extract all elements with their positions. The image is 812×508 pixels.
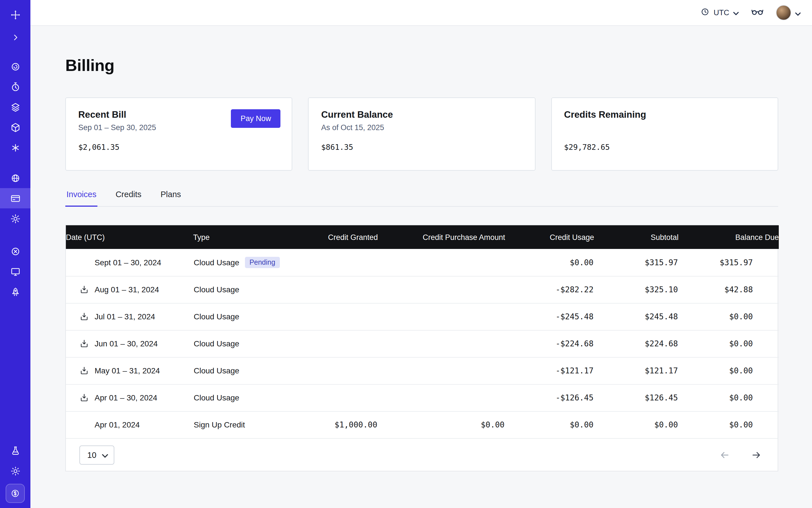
download-invoice-button[interactable] [79,393,89,403]
current-balance-card: Current Balance As of Oct 15, 2025 $861.… [308,97,536,171]
credit-granted-value [303,330,378,357]
card-title: Current Balance [321,109,522,120]
page-size-select[interactable]: 10 [79,445,114,464]
invoice-date: Sept 01 – 30, 2024 [95,258,161,267]
glasses-button[interactable] [751,7,764,18]
invoice-type: Sign Up Credit [194,420,245,429]
sidebar-item-logo[interactable] [0,4,31,25]
invoice-type: Cloud Usage [194,258,239,267]
invoice-row: Apr 01 – 30, 2024 Cloud Usage -$126.45 $… [66,384,779,411]
invoice-type: Cloud Usage [194,339,239,348]
recent-bill-amount: $2,061.35 [78,142,280,152]
subtotal-value: $315.97 [594,249,679,276]
sidebar-item-globe[interactable] [0,168,31,188]
sidebar-item-credits[interactable] [0,483,31,504]
credit-purchase-value: $0.00 [378,411,505,438]
credit-card-icon [10,193,20,204]
billing-tabs: Invoices Credits Plans [65,190,778,207]
balance-due-value: $0.00 [679,303,779,330]
sidebar-collapse-button[interactable] [0,27,31,47]
credit-purchase-value [378,249,505,276]
sidebar-item-settings[interactable] [0,208,31,229]
sun-icon [10,465,20,476]
sidebar-item-stopwatch[interactable] [0,77,31,97]
move-icon [10,9,20,20]
app-root: UTC Billing Recent Bill [0,0,812,508]
col-header-credit-usage: Credit Usage [505,225,594,249]
tab-plans[interactable]: Plans [159,190,182,206]
tab-credits[interactable]: Credits [114,190,142,206]
credits-remaining-amount: $29,782.65 [564,142,765,152]
sidebar-item-sun[interactable] [0,461,31,481]
download-invoice-button[interactable] [79,339,89,348]
main-column: UTC Billing Recent Bill [31,0,812,508]
invoice-date: May 01 – 31, 2024 [95,366,160,375]
invoice-row: Jul 01 – 31, 2024 Cloud Usage -$245.48 $… [66,303,779,330]
table-footer: 10 [66,438,778,471]
sidebar-item-spiral[interactable] [0,56,31,77]
invoice-date: Jul 01 – 31, 2024 [95,312,155,321]
monitor-icon [10,266,20,277]
next-page-button[interactable] [751,449,762,460]
stopwatch-icon [10,81,20,92]
recent-bill-card: Recent Bill Sep 01 – Sep 30, 2025 $2,061… [65,97,293,171]
download-invoice-button[interactable] [79,285,89,294]
pagination [719,449,764,460]
sidebar-item-monitor[interactable] [0,261,31,282]
current-balance-amount: $861.35 [321,142,522,152]
credit-usage-value: -$245.48 [505,303,594,330]
subtotal-value: $0.00 [594,411,679,438]
balance-due-value: $42.88 [679,276,779,303]
credit-granted-value: $1,000.00 [303,411,378,438]
col-header-date: Date (UTC) [66,225,193,249]
status-badge: Pending [245,257,280,268]
invoice-date: Apr 01, 2024 [95,420,140,429]
timezone-label: UTC [714,8,729,17]
credit-granted-value [303,303,378,330]
sidebar-item-rocket[interactable] [0,282,31,302]
credit-usage-value: -$126.45 [505,384,594,411]
invoice-row: Sept 01 – 30, 2024 Cloud UsagePending $0… [66,249,779,276]
summary-cards: Recent Bill Sep 01 – Sep 30, 2025 $2,061… [65,97,778,171]
table-header-row: Date (UTC) Type Credit Granted Credit Pu… [66,225,779,249]
credit-purchase-value [378,303,505,330]
credits-remaining-card: Credits Remaining $29,782.65 [551,97,778,171]
sidebar-item-asterisk[interactable] [0,137,31,158]
subtotal-value: $245.48 [594,303,679,330]
download-placeholder [79,258,89,267]
download-invoice-button[interactable] [79,366,89,375]
credit-purchase-value [378,330,505,357]
credit-usage-value: $0.00 [505,411,594,438]
sidebar-item-layers[interactable] [0,97,31,117]
credit-usage-value: -$224.68 [505,330,594,357]
page-title: Billing [65,56,778,75]
sidebar-item-circle-x[interactable] [0,241,31,261]
download-placeholder [79,420,89,430]
credit-purchase-value [378,384,505,411]
sidebar-item-cube[interactable] [0,117,31,137]
tab-invoices[interactable]: Invoices [65,190,97,207]
invoice-row: Aug 01 – 31, 2024 Cloud Usage -$282.22 $… [66,276,779,303]
pay-now-button[interactable]: Pay Now [231,109,281,128]
screen: UTC Billing Recent Bill [0,0,812,508]
balance-due-value: $0.00 [679,330,779,357]
rocket-icon [10,286,20,297]
invoice-type: Cloud Usage [194,366,239,375]
credit-granted-value [303,384,378,411]
sidebar-item-flask[interactable] [0,440,31,461]
col-header-balance-due: Balance Due [679,225,779,249]
chevron-down-icon [733,8,739,17]
invoice-date: Aug 01 – 31, 2024 [95,285,159,294]
globe-icon [10,173,20,183]
subtotal-value: $121.17 [594,357,679,384]
prev-page-button[interactable] [719,449,730,460]
clock-icon [701,7,710,18]
account-menu[interactable] [776,5,801,20]
col-header-type: Type [193,225,303,249]
invoice-row: Apr 01, 2024 Sign Up Credit $1,000.00 $0… [66,411,779,438]
timezone-selector[interactable]: UTC [701,7,739,18]
layers-icon [10,102,20,112]
sidebar-item-billing[interactable] [0,188,31,208]
download-invoice-button[interactable] [79,312,89,321]
balance-due-value: $0.00 [679,384,779,411]
